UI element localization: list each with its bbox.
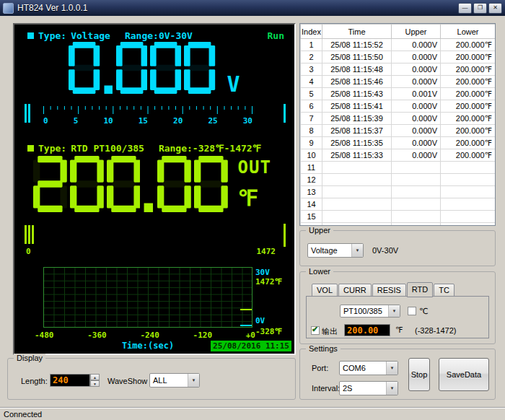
sensor-type-select[interactable]: PT100/385 ▼ [340, 305, 400, 318]
tab-tc[interactable]: TC [434, 284, 454, 297]
table-row[interactable]: 925/08 11:15:350.000V200.000℉ [301, 137, 496, 149]
cell-time [322, 211, 392, 223]
x-tick-label: -240 [140, 331, 159, 340]
spinner-up-button[interactable]: ▲ [90, 374, 100, 380]
data-table[interactable]: IndexTimeUpperLower 125/08 11:15:520.000… [299, 23, 496, 226]
minimize-icon: — [462, 5, 468, 11]
close-button[interactable]: ✕ [488, 3, 502, 14]
tab-resis[interactable]: RESIS [372, 284, 406, 297]
ch2-bar-indicator [25, 225, 34, 244]
cell-index: 15 [301, 211, 322, 223]
waveshow-select[interactable]: ALL ▼ [149, 373, 200, 388]
cell-lower [441, 186, 496, 198]
savedata-button[interactable]: SaveData [439, 358, 489, 391]
table-row[interactable]: 425/08 11:15:460.000V200.000℉ [301, 76, 496, 88]
length-value: 240 [53, 375, 69, 385]
scale-number: 5 [74, 116, 79, 126]
cell-lower: 200.000℉ [441, 113, 496, 125]
bar-segment [32, 225, 34, 244]
cell-time [322, 174, 392, 186]
table-row[interactable]: 15 [301, 211, 496, 223]
minimize-button[interactable]: — [458, 3, 472, 14]
graph-ymax-ch1: 30V [255, 268, 270, 277]
table-row[interactable]: 725/08 11:15:390.000V200.000℉ [301, 113, 496, 125]
cell-time [322, 162, 392, 174]
cell-index: 3 [301, 64, 322, 76]
cell-upper: 0.000V [392, 64, 441, 76]
table-row[interactable]: 11 [301, 162, 496, 174]
cell-time [322, 198, 392, 211]
graph-ymax-ch2: 1472℉ [255, 277, 282, 286]
cell-index: 5 [301, 88, 322, 100]
table-row[interactable]: 525/08 11:15:430.001V200.000℉ [301, 88, 496, 100]
port-select[interactable]: COM6 ▼ [339, 361, 398, 375]
waveshow-value: ALL [150, 376, 188, 385]
cell-index: 10 [301, 149, 322, 162]
port-label: Port: [312, 364, 328, 372]
scale-number: 25 [208, 116, 217, 126]
cell-lower: 200.000℉ [441, 76, 496, 88]
upper-type-value: Voltage [308, 246, 351, 255]
bar-segment [28, 104, 30, 123]
tab-vol[interactable]: VOL [312, 284, 338, 297]
cell-upper: 0.000V [392, 100, 441, 113]
upper-group-title: Upper [306, 226, 333, 235]
ch1-trace [240, 325, 252, 326]
table-row[interactable]: 325/08 11:15:480.000V200.000℉ [301, 64, 496, 76]
ch1-reading: V [29, 42, 280, 94]
table-row[interactable]: 225/08 11:15:500.000V200.000℉ [301, 51, 496, 64]
cell-lower: 200.000℉ [441, 149, 496, 162]
bar-segment [25, 104, 27, 123]
cell-time: 25/08 11:15:52 [322, 39, 392, 51]
table-row[interactable]: 625/08 11:15:410.000V200.000℉ [301, 100, 496, 113]
column-header: Lower [441, 25, 496, 39]
ch1-unit-label: V [227, 74, 240, 94]
run-status: Run [268, 30, 284, 41]
table-row[interactable]: 825/08 11:15:370.000V200.000℉ [301, 125, 496, 137]
lcd-panel: Type: Voltage Range:0V-30V Run V 0510152… [13, 23, 296, 355]
upper-type-select[interactable]: Voltage ▼ [307, 243, 364, 258]
spinner-down-button[interactable]: ▼ [90, 380, 100, 387]
ch2-side-labels: OUT ℉ [238, 156, 271, 212]
cell-index: 2 [301, 51, 322, 64]
interval-select[interactable]: 2S ▼ [339, 381, 398, 395]
settings-group-title: Settings [306, 344, 341, 353]
table-row[interactable]: 1025/08 11:15:330.000V200.000℉ [301, 149, 496, 162]
column-header: Time [322, 25, 392, 39]
output-value-input[interactable]: 200.00 [344, 324, 390, 336]
app-icon [3, 3, 14, 14]
lcd-timestamp: 25/08/2016 11:15 [211, 341, 291, 351]
tab-curr[interactable]: CURR [338, 284, 372, 297]
ch2-range-end-marker [284, 224, 286, 247]
table-body: 125/08 11:15:520.000V200.000℉225/08 11:1… [301, 39, 496, 227]
cell-lower [441, 223, 496, 227]
ch1-bargraph-scale: 051015202530 [14, 104, 294, 136]
x-tick-label: -120 [193, 331, 213, 340]
graph-ymin-ch2: -328℉ [255, 327, 282, 336]
cell-upper: 0.001V [392, 88, 441, 100]
column-header: Index [301, 25, 322, 39]
table-row[interactable]: 13 [301, 186, 496, 198]
maximize-icon: ❐ [478, 5, 483, 11]
output-checkbox[interactable]: ✔ [311, 326, 320, 335]
table-row[interactable]: 14 [301, 198, 496, 211]
chevron-down-icon: ▼ [93, 382, 97, 386]
tab-rtd[interactable]: RTD [407, 282, 433, 297]
titlebar[interactable]: HT824 Ver 1.0.0.1 — ❐ ✕ [0, 0, 505, 16]
celsius-checkbox[interactable]: ✔ [408, 307, 416, 315]
cell-upper: 0.000V [392, 149, 441, 162]
stop-button[interactable]: Stop [408, 358, 430, 391]
cell-index: 13 [301, 186, 322, 198]
chevron-down-icon: ▼ [351, 244, 363, 257]
table-row[interactable]: 12 [301, 174, 496, 186]
cell-time: 25/08 11:15:50 [322, 51, 392, 64]
column-header: Upper [392, 25, 441, 39]
maximize-button[interactable]: ❐ [473, 3, 487, 14]
ch1-header: Type: Voltage Range:0V-30V Run [27, 30, 284, 41]
scale-number: 20 [173, 116, 183, 126]
ch2-bargraph-scale: 0 1472 [14, 224, 294, 257]
lower-group: Lower VOLCURRRESISRTDTC PT100/385 ▼ ✔ ℃ … [299, 271, 496, 344]
table-row[interactable]: 125/08 11:15:520.000V200.000℉ [301, 39, 496, 51]
cell-time: 25/08 11:15:46 [322, 76, 392, 88]
length-input[interactable]: 240 [50, 374, 90, 387]
